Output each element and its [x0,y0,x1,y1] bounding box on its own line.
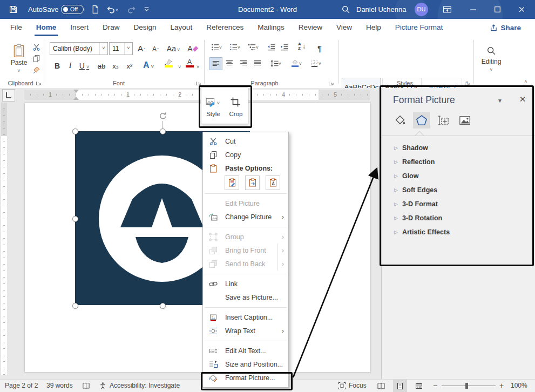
show-marks-button[interactable]: ¶ [314,41,325,53]
pane-close-icon[interactable]: ✕ [518,94,527,104]
accessibility-icon[interactable] [99,382,107,392]
align-left-button[interactable] [209,57,222,70]
shrink-font-button[interactable]: A ˇ [149,41,162,53]
focus-label[interactable]: Focus [349,380,367,392]
font-color-chevron-icon[interactable] [197,63,199,70]
editing-button[interactable]: Editing [477,42,505,77]
tab-stop-selector[interactable] [2,89,15,102]
tab-home[interactable]: Home [29,19,64,37]
vertical-ruler[interactable] [1,103,7,375]
line-spacing-button[interactable] [268,57,284,69]
bold-button[interactable]: B [52,58,63,70]
font-color-button[interactable]: A [184,57,195,69]
first-line-indent-marker[interactable] [73,90,79,93]
section-artistic-effects[interactable]: ▷ Artistic Effects [382,225,535,239]
selection-handle-bottom-left[interactable] [72,303,78,309]
decrease-indent-button[interactable] [266,42,276,52]
tab-view[interactable]: View [329,19,359,37]
font-size-combo[interactable]: 11 ˅ [109,42,133,55]
zoom-in-button[interactable]: + [499,380,504,392]
align-right-button[interactable] [238,57,249,69]
paste-merge-formatting-button[interactable] [245,175,260,190]
horizontal-ruler[interactable]: 1 1 2 3 4 5 [24,90,370,100]
web-layout-button[interactable] [415,382,423,392]
tab-mailings[interactable]: Mailings [250,19,292,37]
pane-tab-picture[interactable] [456,112,473,129]
bullets-button[interactable] [209,42,224,52]
menu-item-change-picture[interactable]: Change Picture › [203,210,288,224]
highlight-chevron-icon[interactable] [178,63,181,70]
user-name[interactable]: Daniel Uchenna [356,0,407,19]
menu-item-cut[interactable]: Cut [203,134,288,148]
align-center-button[interactable] [224,57,235,69]
share-button[interactable]: Share [485,21,525,34]
clear-formatting-button[interactable]: A [186,41,199,53]
menu-item-wrap-text[interactable]: Wrap Text › [203,324,288,337]
change-case-button[interactable]: Aa [165,41,181,53]
collapse-ribbon-chevron-icon[interactable]: ˄ [522,78,530,85]
zoom-level[interactable]: 100% [511,380,527,392]
format-painter-button[interactable] [31,65,41,75]
paste-button[interactable]: Paste [6,41,31,77]
selection-handle-top-center[interactable] [160,129,166,134]
zoom-slider-track[interactable] [442,386,496,386]
copy-button[interactable] [31,53,41,63]
subscript-button[interactable]: x₂ [109,58,122,70]
styles-dialog-launcher[interactable] [464,80,470,86]
section-reflection[interactable]: ▷ Reflection [382,155,535,169]
strikethrough-button[interactable]: ab [95,58,108,70]
italic-button[interactable]: I [65,58,76,70]
ribbon-display-options-icon[interactable] [443,5,452,14]
cut-button[interactable] [31,42,41,52]
tab-draw[interactable]: Draw [96,19,127,37]
borders-button[interactable] [308,57,324,69]
menu-item-edit-alt-text[interactable]: Edit Alt Text... [203,344,288,357]
tab-file[interactable]: File [3,19,29,37]
tab-review[interactable]: Review [292,19,329,37]
superscript-button[interactable]: x² [123,58,136,70]
pane-tab-fill-line[interactable] [391,112,409,129]
selection-handle-bottom-center[interactable] [160,303,166,309]
selection-handle-top-left[interactable] [72,129,78,134]
section-shadow[interactable]: ▷ Shadow [382,141,535,155]
section-glow[interactable]: ▷ Glow [382,169,535,183]
tab-layout[interactable]: Layout [164,19,200,37]
rotate-handle[interactable] [158,112,167,120]
close-button[interactable] [517,5,526,14]
tab-design[interactable]: Design [127,19,164,37]
print-layout-button[interactable] [393,380,407,392]
crop-button[interactable] [226,92,245,112]
text-effects-button[interactable]: A [140,58,157,70]
paragraph-dialog-launcher[interactable] [328,80,334,86]
tab-picture-format[interactable]: Picture Format [388,19,450,37]
shading-button[interactable] [288,57,304,69]
clipboard-dialog-launcher[interactable] [36,80,42,86]
grow-font-button[interactable]: A ˆ [135,41,148,53]
menu-item-format-picture[interactable]: Format Picture... [203,371,288,384]
pane-tab-layout-properties[interactable] [435,112,452,129]
paste-keep-formatting-button[interactable] [225,175,239,190]
underline-button[interactable]: U [77,58,92,70]
zoom-slider-thumb[interactable] [465,383,468,389]
tab-references[interactable]: References [199,19,250,37]
tab-help[interactable]: Help [359,19,388,37]
menu-item-save-as-picture[interactable]: Save as Picture... [203,290,288,304]
proofing-icon[interactable] [82,382,90,392]
section-3d-format[interactable]: ▷ 3-D Format [382,197,535,211]
menu-item-insert-caption[interactable]: Insert Caption... [203,310,288,324]
minimize-button[interactable] [469,5,478,14]
hanging-indent-marker[interactable] [73,97,79,100]
menu-item-copy[interactable]: Copy [203,148,288,161]
paste-keep-text-only-button[interactable] [266,175,280,190]
read-mode-button[interactable] [377,382,385,392]
section-soft-edges[interactable]: ▷ Soft Edges [382,183,535,197]
pane-tab-effects[interactable] [413,112,430,129]
multilevel-list-button[interactable] [246,42,260,52]
pane-menu-chevron-icon[interactable]: ▼ [497,98,503,104]
search-icon[interactable] [341,5,350,14]
picture-style-button[interactable] [204,92,222,112]
section-3d-rotation[interactable]: ▷ 3-D Rotation [382,211,535,225]
font-dialog-launcher[interactable] [195,80,201,86]
menu-item-link[interactable]: Link [203,277,288,290]
sort-button[interactable]: A Z ↓ [295,41,309,52]
